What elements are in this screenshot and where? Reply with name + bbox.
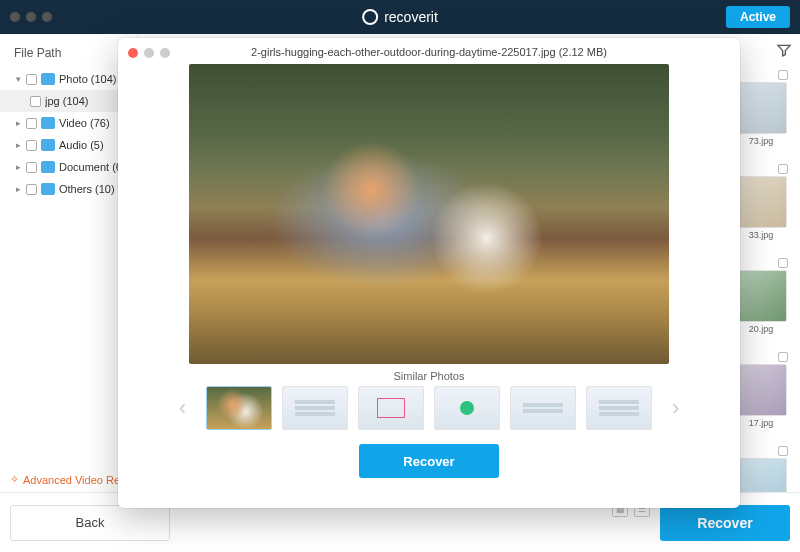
- preview-modal: 2-girls-hugging-each-other-outdoor-durin…: [118, 38, 740, 508]
- sidebar-item-video[interactable]: ▸ Video (76): [0, 112, 137, 134]
- similar-thumb[interactable]: [510, 386, 576, 430]
- similar-strip: ‹ ›: [118, 386, 740, 430]
- similar-thumb[interactable]: [434, 386, 500, 430]
- zoom-icon[interactable]: [42, 12, 52, 22]
- checkbox[interactable]: [26, 140, 37, 151]
- preview-recover-button[interactable]: Recover: [359, 444, 499, 478]
- photo-icon: [41, 73, 55, 85]
- zoom-icon[interactable]: [160, 48, 170, 58]
- caret-down-icon[interactable]: ▾: [14, 74, 22, 84]
- video-icon: [41, 117, 55, 129]
- sidebar-item-others[interactable]: ▸ Others (10): [0, 178, 137, 200]
- app-brand: recoverit: [362, 9, 438, 25]
- checkbox[interactable]: [778, 164, 788, 174]
- caret-right-icon[interactable]: ▸: [14, 184, 22, 194]
- back-button[interactable]: Back: [10, 505, 170, 541]
- sidebar-item-label: jpg (104): [45, 95, 88, 107]
- minimize-icon[interactable]: [144, 48, 154, 58]
- checkbox[interactable]: [30, 96, 41, 107]
- close-icon[interactable]: [10, 12, 20, 22]
- sparkle-icon: ✧: [10, 473, 19, 486]
- thumbnail-cell[interactable]: 20.jpg: [732, 258, 790, 334]
- recover-button[interactable]: Recover: [660, 505, 790, 541]
- sidebar-item-label: Others (10): [59, 183, 115, 195]
- content-toolbar: [776, 42, 792, 58]
- checkbox[interactable]: [26, 118, 37, 129]
- thumbnail-image[interactable]: [735, 82, 787, 134]
- chevron-left-icon[interactable]: ‹: [169, 395, 196, 421]
- sidebar-item-label: Audio (5): [59, 139, 104, 151]
- filter-icon[interactable]: [776, 42, 792, 58]
- sidebar-item-label: Document (6): [59, 161, 126, 173]
- checkbox[interactable]: [778, 70, 788, 80]
- thumbnail-label: 20.jpg: [749, 324, 774, 334]
- similar-thumb[interactable]: [206, 386, 272, 430]
- thumbnail-label: 73.jpg: [749, 136, 774, 146]
- similar-thumb[interactable]: [282, 386, 348, 430]
- audio-icon: [41, 139, 55, 151]
- checkbox[interactable]: [26, 184, 37, 195]
- sidebar-item-label: Photo (104): [59, 73, 116, 85]
- checkbox[interactable]: [26, 162, 37, 173]
- preview-image: [189, 64, 669, 364]
- similar-thumb[interactable]: [358, 386, 424, 430]
- sidebar-item-photo[interactable]: ▾ Photo (104): [0, 68, 137, 90]
- advanced-video-link[interactable]: ✧ Advanced Video Rec: [10, 473, 126, 486]
- file-tree: ▾ Photo (104) jpg (104) ▸ Video (76) ▸ A…: [0, 68, 137, 200]
- thumbnail-column: 73.jpg 33.jpg 20.jpg 17.jpg ry.jpg: [732, 70, 790, 522]
- minimize-icon[interactable]: [26, 12, 36, 22]
- chevron-right-icon[interactable]: ›: [662, 395, 689, 421]
- app-brand-label: recoverit: [384, 9, 438, 25]
- checkbox[interactable]: [778, 446, 788, 456]
- caret-right-icon[interactable]: ▸: [14, 162, 22, 172]
- titlebar: recoverit Active: [0, 0, 800, 34]
- others-icon: [41, 183, 55, 195]
- thumbnail-image[interactable]: [735, 270, 787, 322]
- thumbnail-cell[interactable]: 17.jpg: [732, 352, 790, 428]
- checkbox[interactable]: [778, 258, 788, 268]
- active-button[interactable]: Active: [726, 6, 790, 28]
- app-logo-icon: [362, 9, 378, 25]
- sidebar-item-audio[interactable]: ▸ Audio (5): [0, 134, 137, 156]
- sidebar-item-document[interactable]: ▸ Document (6): [0, 156, 137, 178]
- checkbox[interactable]: [778, 352, 788, 362]
- similar-photos-label: Similar Photos: [118, 364, 740, 386]
- document-icon: [41, 161, 55, 173]
- thumbnail-label: 17.jpg: [749, 418, 774, 428]
- window-controls: [10, 12, 52, 22]
- sidebar-item-label: Video (76): [59, 117, 110, 129]
- thumbnail-cell[interactable]: 33.jpg: [732, 164, 790, 240]
- similar-thumb[interactable]: [586, 386, 652, 430]
- sidebar-title: File Path: [0, 40, 137, 68]
- thumbnail-label: 33.jpg: [749, 230, 774, 240]
- thumbnail-image[interactable]: [735, 176, 787, 228]
- thumbnail-cell[interactable]: 73.jpg: [732, 70, 790, 146]
- checkbox[interactable]: [26, 74, 37, 85]
- thumbnail-image[interactable]: [735, 364, 787, 416]
- preview-filename: 2-girls-hugging-each-other-outdoor-durin…: [118, 38, 740, 64]
- modal-window-controls: [128, 48, 170, 58]
- close-icon[interactable]: [128, 48, 138, 58]
- sidebar-item-jpg[interactable]: jpg (104): [0, 90, 137, 112]
- advanced-video-label: Advanced Video Rec: [23, 474, 126, 486]
- caret-right-icon[interactable]: ▸: [14, 140, 22, 150]
- caret-right-icon[interactable]: ▸: [14, 118, 22, 128]
